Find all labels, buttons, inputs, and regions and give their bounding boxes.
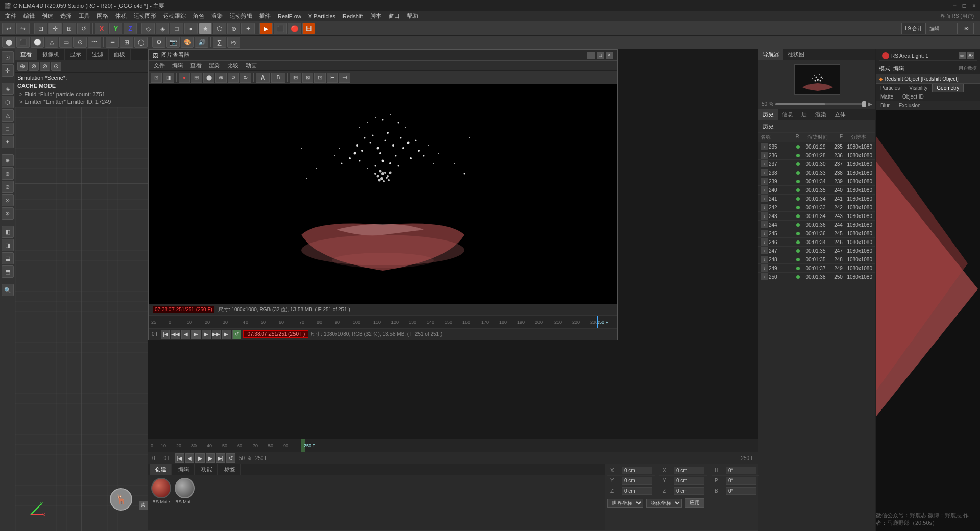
hp-subtab-stereo[interactable]: 立体 bbox=[830, 109, 850, 120]
tool-q3[interactable]: ⬓ bbox=[2, 252, 14, 264]
rs-light-btns[interactable]: ✏ 👁 bbox=[959, 52, 974, 59]
axis-y-btn[interactable]: Y bbox=[109, 23, 122, 34]
tool-r2[interactable]: ⬡ bbox=[2, 96, 14, 108]
render-btn[interactable]: ▶ bbox=[259, 23, 273, 34]
iv-menu-view[interactable]: 查看 bbox=[187, 61, 205, 70]
wire-btn[interactable]: ⊞ bbox=[120, 37, 133, 48]
iv-btn-4[interactable]: ⊞ bbox=[191, 73, 202, 83]
menu-tools[interactable]: 工具 bbox=[76, 11, 93, 21]
tool-q2[interactable]: ◨ bbox=[2, 239, 14, 251]
camera-btn[interactable]: 📷 bbox=[166, 37, 180, 48]
tab-view[interactable]: 查看 bbox=[15, 49, 37, 60]
hp-tab-nav[interactable]: 导航器 bbox=[758, 49, 783, 60]
machine-btn[interactable]: ⚙ bbox=[152, 37, 165, 48]
tool-r5[interactable]: ✦ bbox=[2, 136, 14, 148]
iv-btn-6[interactable]: ⊕ bbox=[215, 73, 227, 83]
hp-subtab-layer[interactable]: 层 bbox=[797, 109, 811, 120]
redo-btn[interactable]: ↪ bbox=[16, 23, 30, 34]
eye-btn[interactable]: 👁 bbox=[959, 23, 974, 34]
scene-tb-4[interactable]: ⊙ bbox=[51, 62, 61, 71]
pb-first[interactable]: |◀ bbox=[161, 330, 170, 339]
iv-btn-12[interactable]: ⊠ bbox=[302, 73, 313, 83]
rs-tab-particles[interactable]: Particles bbox=[876, 84, 904, 92]
hp-subtab-render[interactable]: 渲染 bbox=[811, 109, 830, 120]
object-select[interactable]: 物体坐标 bbox=[646, 499, 682, 508]
frame-last[interactable]: ▶| bbox=[216, 453, 225, 463]
tool-1[interactable]: ◇ bbox=[141, 23, 155, 34]
hp-subtab-info[interactable]: 信息 bbox=[778, 109, 797, 120]
plane-btn[interactable]: ▭ bbox=[59, 37, 72, 48]
tool-move[interactable]: ✛ bbox=[2, 64, 14, 77]
iv-menu-edit[interactable]: 编辑 bbox=[169, 61, 186, 70]
maximize-btn[interactable]: □ bbox=[963, 2, 966, 9]
menu-char[interactable]: 角色 bbox=[190, 11, 207, 21]
menu-xp[interactable]: X-Particles bbox=[305, 12, 338, 20]
window-controls[interactable]: − □ × bbox=[953, 2, 976, 9]
sz-input[interactable] bbox=[674, 487, 704, 495]
tool-p1[interactable]: ⊕ bbox=[2, 154, 14, 166]
playback-btns[interactable]: |◀ ◀◀ ◀ ▶ ▶ ▶▶ ▶| ↺ bbox=[161, 330, 241, 339]
rs-tab-visibility[interactable]: Visibility bbox=[904, 84, 932, 92]
tool-6[interactable]: ⬡ bbox=[213, 23, 226, 34]
env-btn[interactable]: ◯ bbox=[134, 37, 148, 48]
iv-minimize[interactable]: − bbox=[587, 52, 595, 59]
iv-btn-3[interactable]: ● bbox=[179, 73, 190, 83]
pb-next[interactable]: ▶ bbox=[202, 330, 211, 339]
tool-r3[interactable]: △ bbox=[2, 109, 14, 122]
frame-play[interactable]: ▶ bbox=[195, 453, 205, 463]
hp-list-item[interactable]: ↓ 243 00:01:34 243 1080x1080 bbox=[758, 212, 875, 221]
hp-list-item[interactable]: ↓ 246 00:01:34 246 1080x1080 bbox=[758, 238, 875, 247]
sound-btn[interactable]: 🔊 bbox=[195, 37, 208, 48]
formula-btn[interactable]: ∑ bbox=[213, 37, 226, 48]
tool-p5[interactable]: ⊛ bbox=[2, 207, 14, 220]
tool-s1[interactable]: 🔍 bbox=[2, 284, 14, 296]
iv-menu-render[interactable]: 渲染 bbox=[206, 61, 223, 70]
menu-create[interactable]: 创建 bbox=[39, 11, 56, 21]
iv-btn-1[interactable]: ⊡ bbox=[151, 73, 162, 83]
tool-select[interactable]: ⊡ bbox=[2, 51, 14, 63]
tool-q4[interactable]: ⬒ bbox=[2, 266, 14, 278]
render3-btn[interactable]: 🔴 bbox=[288, 23, 301, 34]
pb-loop[interactable]: ↺ bbox=[232, 330, 241, 339]
hp-list-item[interactable]: ↓ 242 00:01:33 242 1080x1080 bbox=[758, 203, 875, 212]
menu-script[interactable]: 脚本 bbox=[367, 11, 384, 21]
slider-thumb[interactable] bbox=[862, 101, 866, 107]
pb-play[interactable]: ▶ bbox=[191, 330, 201, 339]
tab-camera[interactable]: 摄像机 bbox=[37, 49, 65, 60]
y-input[interactable] bbox=[622, 477, 652, 485]
sphere-btn[interactable]: ⬤ bbox=[2, 37, 15, 48]
menu-select[interactable]: 选择 bbox=[57, 11, 75, 21]
iv-menu-anim[interactable]: 动画 bbox=[242, 61, 260, 70]
tab-create[interactable]: 创建 bbox=[150, 464, 172, 475]
axis-z-btn[interactable]: Z bbox=[124, 23, 137, 34]
torus-btn[interactable]: ⊙ bbox=[74, 37, 87, 48]
undo-btn[interactable]: ↩ bbox=[2, 23, 15, 34]
iv-btn-9[interactable]: A bbox=[256, 73, 270, 83]
tab-tags[interactable]: 标签 bbox=[219, 464, 241, 475]
tool-r1[interactable]: ◈ bbox=[2, 83, 14, 95]
menu-file[interactable]: 文件 bbox=[2, 11, 19, 21]
apply-btn[interactable]: 应用 bbox=[685, 498, 704, 508]
frame-first[interactable]: |◀ bbox=[175, 453, 184, 463]
world-select[interactable]: 世界坐标 bbox=[607, 499, 643, 508]
scene-tb-3[interactable]: ⊘ bbox=[40, 62, 50, 71]
py-btn[interactable]: Py bbox=[227, 37, 240, 48]
menu-window[interactable]: 窗口 bbox=[385, 11, 403, 21]
hp-subtab-history[interactable]: 历史 bbox=[758, 109, 778, 120]
iv-btn-13[interactable]: ⊡ bbox=[314, 73, 326, 83]
hp-list-item[interactable]: ↓ 248 00:01:35 248 1080x1080 bbox=[758, 255, 875, 264]
iv-btn-5[interactable]: ⬤ bbox=[203, 73, 214, 83]
iv-btn-15[interactable]: ⊣ bbox=[339, 73, 350, 83]
x-input[interactable] bbox=[622, 467, 652, 474]
rs-tab-matte[interactable]: Matte bbox=[876, 92, 898, 101]
tool-8[interactable]: ✦ bbox=[241, 23, 255, 34]
menu-plugin[interactable]: 插件 bbox=[256, 11, 274, 21]
tool-4[interactable]: ● bbox=[184, 23, 198, 34]
render4-btn[interactable]: 🎞 bbox=[302, 23, 315, 34]
scale-btn[interactable]: ⊞ bbox=[63, 23, 76, 34]
pb-last[interactable]: ▶| bbox=[222, 330, 231, 339]
tab-func[interactable]: 功能 bbox=[196, 464, 218, 475]
capsule-btn[interactable]: ⚪ bbox=[31, 37, 44, 48]
scene-tb-1[interactable]: ⊕ bbox=[17, 62, 28, 71]
axis-x-btn[interactable]: X bbox=[95, 23, 108, 34]
